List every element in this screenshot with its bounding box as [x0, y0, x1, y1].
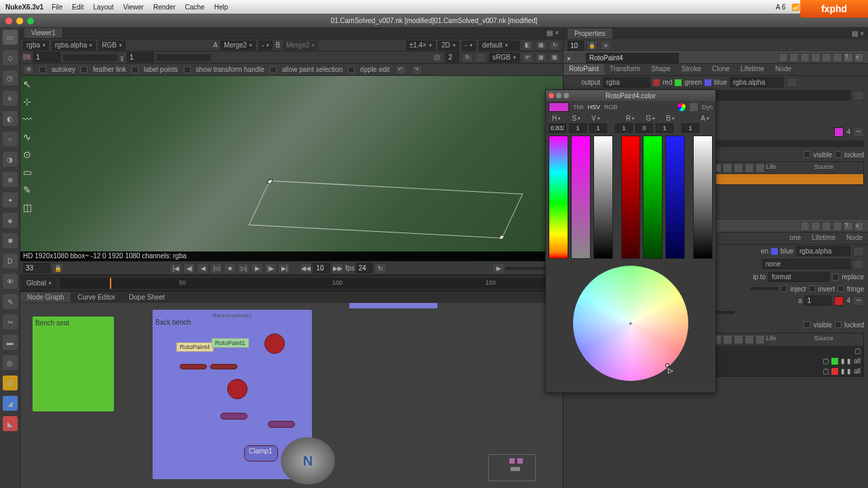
val-slider[interactable]: [593, 136, 613, 259]
wipe-button[interactable]: [475, 53, 486, 62]
mode-tmi[interactable]: TMI: [573, 104, 584, 110]
b-label[interactable]: B: [666, 115, 675, 122]
anim-button[interactable]: 〜: [853, 127, 864, 137]
g-input[interactable]: [635, 123, 653, 133]
node1-save-icon[interactable]: [833, 53, 842, 62]
hue-slider[interactable]: [549, 136, 568, 259]
red-x-icon[interactable]: [653, 79, 660, 86]
node1-center-icon[interactable]: [778, 53, 788, 62]
tab-stroke[interactable]: Stroke: [676, 64, 707, 75]
brush-tool-icon[interactable]: ✎: [20, 183, 34, 197]
menu-viewer[interactable]: Viewer: [123, 3, 144, 11]
view2-dropdown[interactable]: -: [462, 41, 476, 50]
clip-input[interactable]: [446, 52, 459, 62]
showtransform-checkbox[interactable]: [184, 66, 191, 73]
a-input-dropdown[interactable]: Merge2: [220, 41, 256, 50]
n2-col-icon-5[interactable]: [755, 335, 765, 344]
node-rotopaint1[interactable]: RotoPaint1: [212, 338, 249, 348]
pane-menu-icon[interactable]: ▤ ×: [852, 30, 864, 37]
b-input[interactable]: [656, 123, 673, 133]
node2-tab-node[interactable]: Node: [841, 232, 868, 244]
tool-metadata-icon[interactable]: ✎: [3, 294, 18, 309]
red-slider[interactable]: [621, 136, 641, 259]
menu-cache[interactable]: Cache: [185, 3, 205, 11]
step-back-n-button[interactable]: ◀◀: [300, 263, 312, 274]
node2-help-icon[interactable]: ?: [844, 222, 853, 231]
app-name[interactable]: NukeX6.3v1: [5, 3, 43, 11]
playhead[interactable]: [110, 278, 111, 289]
tab-dopesheet[interactable]: Dope Sheet: [122, 292, 172, 302]
refresh-button[interactable]: ↻: [549, 41, 560, 50]
node-rotopaint4[interactable]: RotoPaint4: [176, 342, 214, 352]
point-tool-icon[interactable]: ⊹: [20, 95, 34, 108]
backdrop-benchseat[interactable]: Bench seat: [33, 317, 114, 411]
node2-mask-dropdown[interactable]: [751, 287, 778, 290]
h-label[interactable]: H: [552, 115, 561, 122]
node2-replace-checkbox[interactable]: [832, 274, 839, 281]
node-clamp1[interactable]: Clamp1: [244, 445, 278, 462]
wifi-icon[interactable]: 📶: [791, 3, 800, 11]
tool-filter-icon[interactable]: ○: [3, 131, 18, 146]
lut-dropdown[interactable]: default: [479, 41, 519, 50]
step-input[interactable]: [313, 263, 330, 273]
node2-redo-icon[interactable]: [833, 222, 842, 231]
node2-alpha-dropdown[interactable]: rgba.alpha: [796, 246, 850, 256]
play-back-button[interactable]: ◀: [197, 263, 209, 274]
node-grade[interactable]: [268, 421, 295, 428]
visible-checkbox[interactable]: [804, 151, 810, 158]
tool-time-icon[interactable]: ◷: [3, 70, 18, 85]
color-wheel[interactable]: + ▷: [573, 266, 688, 381]
range-field[interactable]: [506, 267, 547, 270]
pane-menu-icon[interactable]: ▤ ×: [547, 29, 559, 37]
global-range-dropdown[interactable]: Global: [23, 279, 55, 288]
tool-furnace-icon[interactable]: ◎: [3, 355, 18, 370]
tab-transform[interactable]: Transform: [604, 64, 646, 75]
step-back-button[interactable]: |◁: [210, 263, 222, 274]
node2-center-icon[interactable]: [800, 222, 810, 231]
color-swatch-magenta[interactable]: [834, 127, 844, 137]
cp-close-button[interactable]: [549, 93, 554, 98]
a-label[interactable]: A: [701, 115, 709, 122]
blue-checkbox[interactable]: [705, 79, 711, 86]
backdrop-fragment[interactable]: [349, 303, 437, 308]
n2-col-icon-4[interactable]: [745, 335, 754, 344]
tab-clone[interactable]: Clone: [707, 64, 735, 75]
autokey-checkbox[interactable]: [39, 66, 46, 73]
alpha-slider[interactable]: [693, 136, 713, 259]
menu-help[interactable]: Help: [214, 3, 229, 11]
premult-extra-button[interactable]: [853, 91, 864, 100]
node2-format-dropdown[interactable]: format: [768, 272, 829, 282]
overlay-button[interactable]: ▦: [536, 53, 547, 62]
roto-shape-overlay[interactable]: [249, 180, 524, 238]
tool-keyer-icon[interactable]: ◑: [3, 152, 18, 167]
tool-particles-icon[interactable]: ✱: [3, 233, 18, 248]
b-input-dropdown[interactable]: Merge2: [283, 41, 318, 50]
triangle-icon[interactable]: ▸: [568, 54, 571, 62]
play-fwd-button[interactable]: ▶: [251, 263, 263, 274]
node1-undo-icon[interactable]: [800, 53, 810, 62]
tab-rotopaint[interactable]: RotoPaint: [564, 64, 604, 75]
node1-header[interactable]: ▸ ? ×: [564, 52, 868, 64]
roto-redo-icon[interactable]: ↷: [412, 65, 422, 75]
node1-revert-icon[interactable]: [789, 53, 799, 62]
node2-visible-checkbox[interactable]: [804, 321, 810, 328]
tool-color-icon[interactable]: ◐: [3, 111, 18, 126]
last-frame-button[interactable]: ▶|: [278, 263, 290, 274]
node2-none-extra-button[interactable]: [853, 260, 864, 269]
node2-locked-checkbox[interactable]: [835, 321, 842, 328]
tool-toolsets-icon[interactable]: ✂: [3, 314, 18, 329]
node2-tab-one[interactable]: one: [784, 232, 806, 244]
zoom-dropdown[interactable]: ±1.4×: [406, 41, 435, 50]
tool-image-icon[interactable]: ◢: [3, 396, 18, 411]
node1-redo-icon[interactable]: [811, 53, 821, 62]
node1-help-icon[interactable]: ?: [844, 53, 853, 62]
select-tool-icon[interactable]: ↖: [20, 77, 34, 91]
cp-min-button[interactable]: [556, 93, 561, 98]
node2-tab-lifetime[interactable]: Lifetime: [806, 232, 841, 244]
timeline-ruler[interactable]: Global 50 100 150: [20, 274, 563, 291]
props-lock-icon[interactable]: 🔒: [587, 41, 597, 50]
locked-checkbox[interactable]: [835, 151, 842, 158]
wipe-dropdown[interactable]: -: [258, 41, 273, 50]
node-dot-2[interactable]: [227, 379, 248, 399]
step-fwd-button[interactable]: ▷|: [237, 263, 250, 274]
